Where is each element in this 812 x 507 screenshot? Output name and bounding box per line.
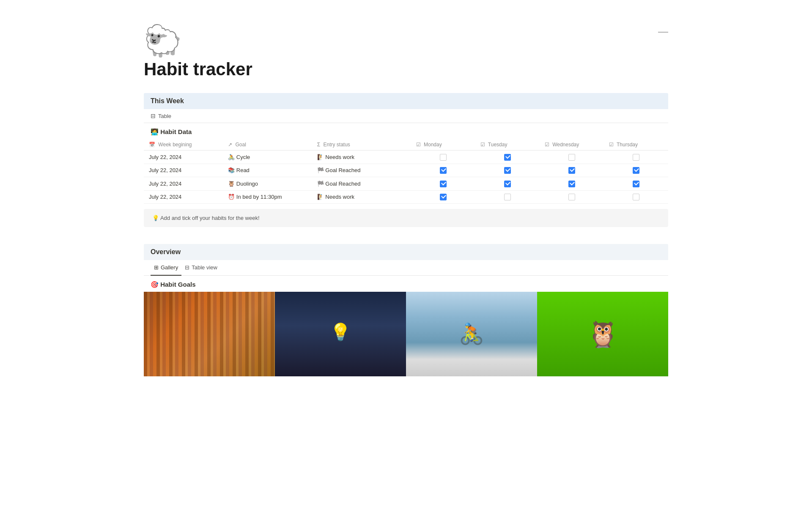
col-header-week: 📅 Week begining	[144, 139, 223, 151]
checkbox-wednesday-3[interactable]	[568, 194, 575, 200]
tab-table-view[interactable]: ⊟ Table view	[181, 260, 221, 276]
col-header-goal: ↗ Goal	[223, 139, 312, 151]
cell-tuesday-0[interactable]	[475, 151, 540, 164]
cell-status-3: 🧗 Needs work	[312, 190, 411, 204]
check-thu-icon: ☑	[609, 142, 614, 148]
tab-gallery[interactable]: ⊞ Gallery	[151, 260, 181, 276]
table-row: July 22, 2024🦉 Duolingo🏁 Goal Reached	[144, 177, 668, 191]
cell-goal-1[interactable]: 📚 Read	[223, 164, 312, 177]
checkbox-thursday-0[interactable]	[633, 154, 639, 161]
table-view-label[interactable]: ⊟ Table	[144, 109, 668, 123]
checkbox-tuesday-3[interactable]	[504, 194, 511, 200]
this-week-header: This Week	[144, 93, 668, 109]
arrow-icon: ↗	[228, 142, 232, 148]
cell-thursday-1[interactable]	[604, 164, 668, 177]
table-row: July 22, 2024🚴 Cycle🧗 Needs work	[144, 151, 668, 164]
checkbox-thursday-2[interactable]	[633, 181, 639, 187]
cell-thursday-0[interactable]	[604, 151, 668, 164]
cell-status-0: 🧗 Needs work	[312, 151, 411, 164]
checkbox-monday-3[interactable]	[440, 194, 447, 200]
gallery-card-books[interactable]	[144, 292, 275, 376]
checkbox-tuesday-0[interactable]	[504, 154, 511, 161]
check-wed-icon: ☑	[545, 142, 549, 148]
cell-wednesday-0[interactable]	[540, 151, 604, 164]
cell-thursday-2[interactable]	[604, 177, 668, 191]
checkbox-monday-1[interactable]	[440, 167, 447, 174]
col-header-wednesday: ☑ Wednesday	[540, 139, 604, 151]
checkbox-tuesday-1[interactable]	[504, 167, 511, 174]
checkbox-wednesday-1[interactable]	[568, 167, 575, 174]
cell-goal-3[interactable]: ⏰ In bed by 11:30pm	[223, 190, 312, 204]
col-header-thursday: ☑ Thursday	[604, 139, 668, 151]
gallery-grid	[144, 292, 668, 376]
habit-data-header: 🧑‍💻 Habit Data	[144, 123, 668, 139]
cell-tuesday-1[interactable]	[475, 164, 540, 177]
col-header-tuesday: ☑ Tuesday	[475, 139, 540, 151]
gallery-card-duolingo[interactable]	[537, 292, 668, 376]
gallery-card-cycling[interactable]	[406, 292, 537, 376]
cell-monday-1[interactable]	[411, 164, 475, 177]
cell-thursday-3[interactable]	[604, 190, 668, 204]
table-row: July 22, 2024⏰ In bed by 11:30pm🧗 Needs …	[144, 190, 668, 204]
checkbox-thursday-1[interactable]	[633, 167, 639, 174]
page-title: Habit tracker	[144, 59, 668, 79]
table-icon: ⊟	[151, 112, 156, 119]
table-view-icon: ⊟	[185, 264, 189, 271]
cell-week-2: July 22, 2024	[144, 177, 223, 191]
habit-table: 📅 Week begining ↗ Goal Σ Entry status ☑ …	[144, 139, 668, 204]
minimize-button[interactable]: —	[658, 25, 668, 37]
cell-tuesday-3[interactable]	[475, 190, 540, 204]
cell-status-1: 🏁 Goal Reached	[312, 164, 411, 177]
this-week-section: This Week ⊟ Table 🧑‍💻 Habit Data 📅 Week …	[144, 93, 668, 227]
checkbox-thursday-3[interactable]	[633, 194, 639, 200]
table-view-text: Table	[158, 113, 171, 119]
gallery-icon: ⊞	[154, 264, 159, 271]
col-header-status: Σ Entry status	[312, 139, 411, 151]
cell-wednesday-2[interactable]	[540, 177, 604, 191]
cell-tuesday-2[interactable]	[475, 177, 540, 191]
overview-section: Overview ⊞ Gallery ⊟ Table view 🎯 Habit …	[144, 244, 668, 376]
table-view-label: Table view	[192, 264, 217, 271]
sigma-icon: Σ	[317, 142, 320, 148]
cell-monday-3[interactable]	[411, 190, 475, 204]
view-tabs: ⊞ Gallery ⊟ Table view	[144, 260, 668, 276]
cell-wednesday-1[interactable]	[540, 164, 604, 177]
page-icon: 🐑	[144, 25, 668, 56]
hint-box: 💡 Add and tick off your habits for the w…	[144, 209, 668, 227]
checkbox-monday-2[interactable]	[440, 181, 447, 187]
col-header-monday: ☑ Monday	[411, 139, 475, 151]
habit-goals-header: 🎯 Habit Goals	[144, 276, 668, 292]
table-row: July 22, 2024📚 Read🏁 Goal Reached	[144, 164, 668, 177]
cell-goal-2[interactable]: 🦉 Duolingo	[223, 177, 312, 191]
checkbox-tuesday-2[interactable]	[504, 181, 511, 187]
overview-header: Overview	[144, 244, 668, 260]
check-tue-icon: ☑	[480, 142, 485, 148]
gallery-card-lamp[interactable]	[275, 292, 406, 376]
cell-week-1: July 22, 2024	[144, 164, 223, 177]
checkbox-wednesday-0[interactable]	[568, 154, 575, 161]
gallery-label: Gallery	[161, 264, 178, 271]
checkbox-monday-0[interactable]	[440, 154, 447, 161]
page-container: — 🐑 Habit tracker This Week ⊟ Table 🧑‍💻 …	[110, 0, 702, 407]
table-header-row: 📅 Week begining ↗ Goal Σ Entry status ☑ …	[144, 139, 668, 151]
cell-monday-2[interactable]	[411, 177, 475, 191]
checkbox-wednesday-2[interactable]	[568, 181, 575, 187]
check-mon-icon: ☑	[416, 142, 421, 148]
cell-wednesday-3[interactable]	[540, 190, 604, 204]
cell-week-0: July 22, 2024	[144, 151, 223, 164]
cell-week-3: July 22, 2024	[144, 190, 223, 204]
cell-goal-0[interactable]: 🚴 Cycle	[223, 151, 312, 164]
cell-status-2: 🏁 Goal Reached	[312, 177, 411, 191]
cell-monday-0[interactable]	[411, 151, 475, 164]
calendar-icon: 📅	[149, 142, 155, 148]
